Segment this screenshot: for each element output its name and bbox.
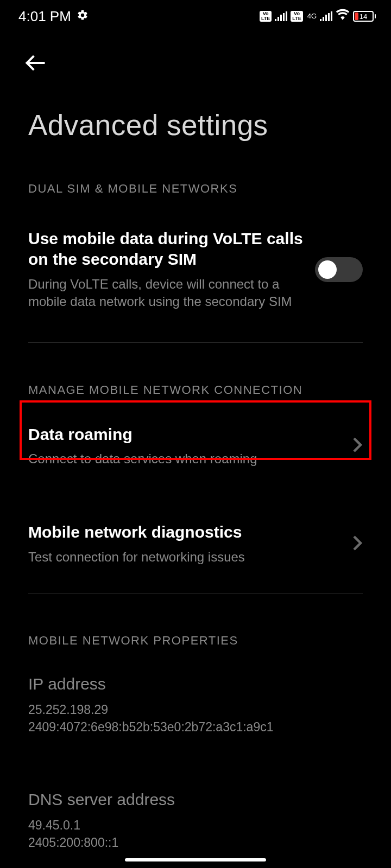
info-line: 2409:4072:6e98:b52b:53e0:2b72:a3c1:a9c1 [28, 718, 363, 736]
back-button[interactable] [24, 67, 48, 76]
info-line: 2405:200:800::1 [28, 834, 363, 851]
setting-title: Mobile network diagnostics [28, 522, 341, 542]
setting-title: Use mobile data during VoLTE calls on th… [28, 228, 304, 270]
nav-indicator [125, 858, 266, 861]
toggle-volte-secondary-sim[interactable] [315, 257, 363, 282]
setting-network-diagnostics[interactable]: Mobile network diagnostics Test connecti… [0, 495, 391, 593]
info-title: DNS server address [28, 790, 363, 809]
info-line: 49.45.0.1 [28, 816, 363, 834]
toggle-knob [318, 260, 337, 279]
page-title: Advanced settings [0, 77, 391, 142]
chevron-right-icon [352, 535, 363, 553]
wifi-icon [336, 8, 350, 25]
battery-indicator: 14 [353, 11, 376, 22]
gear-icon [77, 8, 89, 25]
setting-desc: During VoLTE calls, device will connect … [28, 276, 304, 311]
network-type-label: 4G [307, 13, 317, 20]
info-line: 25.252.198.29 [28, 701, 363, 718]
setting-desc: Test connection for networking issues [28, 548, 341, 566]
setting-data-roaming[interactable]: Data roaming Connect to data services wh… [0, 397, 391, 495]
signal-bars-2 [320, 11, 332, 21]
volte-badge-1: VoLTE [260, 11, 272, 22]
status-bar: 4:01 PM VoLTE VoLTE 4G 14 [0, 0, 391, 33]
status-time: 4:01 PM [18, 8, 71, 25]
info-title: IP address [28, 675, 363, 693]
setting-title: Data roaming [28, 424, 341, 445]
section-header-manage: MANAGE MOBILE NETWORK CONNECTION [0, 343, 391, 397]
section-header-dual-sim: DUAL SIM & MOBILE NETWORKS [0, 142, 391, 196]
section-header-properties: MOBILE NETWORK PROPERTIES [0, 593, 391, 648]
chevron-right-icon [352, 437, 363, 455]
info-dns-address: DNS server address 49.45.0.1 2405:200:80… [0, 763, 391, 869]
setting-volte-secondary-sim[interactable]: Use mobile data during VoLTE calls on th… [0, 196, 391, 342]
signal-bars-1 [275, 11, 287, 21]
info-ip-address: IP address 25.252.198.29 2409:4072:6e98:… [0, 648, 391, 763]
volte-badge-2: VoLTE [291, 11, 302, 22]
setting-desc: Connect to data services when roaming [28, 450, 341, 468]
